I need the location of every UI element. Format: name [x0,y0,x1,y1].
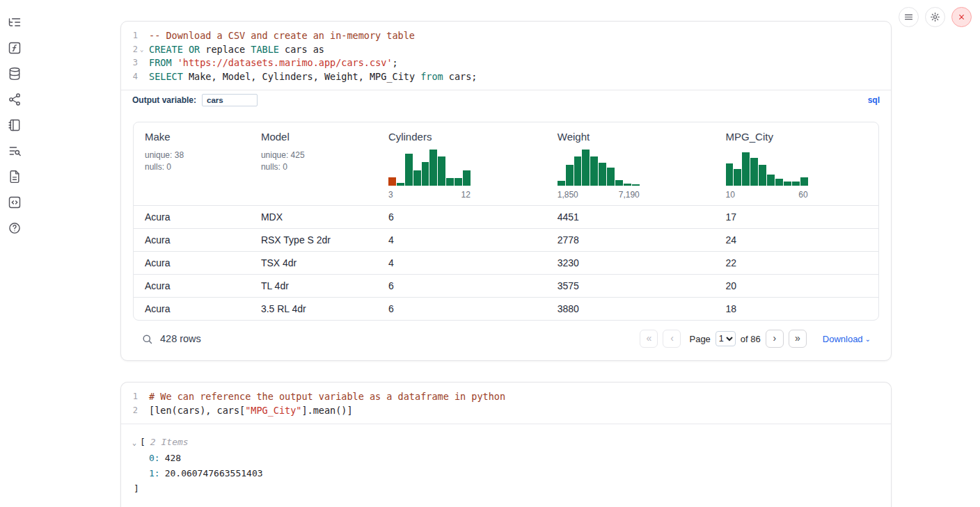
table-cell: TSX 4dr [250,257,377,268]
table-cell: 24 [715,234,878,246]
python-cell: 1# We can reference the output variable … [120,382,892,507]
scratchpad-icon[interactable] [8,118,23,133]
table-cell: 3880 [546,303,715,314]
line-number: 1 [127,390,138,404]
histogram-bar [759,165,766,186]
table-footer: 428 rows «‹ Page 1 of 86 ›» Download ⌄ [133,321,879,352]
download-button[interactable]: Download ⌄ [823,334,871,344]
next-page-button[interactable]: › [766,330,784,348]
items-count-label: 2 Items [150,437,189,447]
column-label: Make [145,131,243,143]
outline-icon[interactable] [8,143,23,159]
column-header-cylinders[interactable]: Cylinders312 [377,122,546,205]
column-stat: nulls: 0 [261,161,370,173]
histogram-bar [726,163,734,186]
file-explorer-icon[interactable] [8,15,23,30]
column-histogram: 312 [388,150,471,200]
item-value: 428 [165,453,181,463]
table-cell: Acura [134,211,250,223]
histogram-bar [590,156,598,186]
search-icon[interactable] [141,333,153,345]
marimo-notebook-page: { "colors": { "histogram_bar": "#0d7d4d"… [0,0,980,507]
code-line[interactable]: 2[len(cars), cars["MPG_City"].mean()] [121,404,891,418]
table-row[interactable]: Acura3.5 RL 4dr6388018 [134,297,878,320]
histogram-bar [767,175,775,186]
page-total: of 86 [741,334,761,344]
column-stat: nulls: 0 [145,161,243,173]
column-label: Model [261,131,370,143]
code-line[interactable]: 3FROM 'https://datasets.marimo.app/cars.… [121,56,891,70]
column-header-model[interactable]: Modelunique: 425nulls: 0 [250,122,377,205]
settings-button[interactable] [925,7,945,27]
table-cell: 18 [715,303,878,314]
data-table: Makeunique: 38nulls: 0Modelunique: 425nu… [133,122,879,321]
help-icon[interactable] [8,220,23,236]
python-code-editor[interactable]: 1# We can reference the output variable … [121,383,891,424]
column-histogram: 1,8507,190 [558,150,640,200]
histogram-bar [750,158,758,186]
table-cell: 6 [377,303,546,314]
histogram-bar [734,169,741,186]
line-number: 2 [127,43,138,57]
table-cell: RSX Type S 2dr [250,234,377,246]
line-number: 4 [127,70,138,84]
last-page-button[interactable]: » [789,330,807,348]
prev-page-button[interactable]: ‹ [663,330,681,348]
column-stat: unique: 425 [261,150,370,161]
code-line[interactable]: 4SELECT Make, Model, Cylinders, Weight, … [121,70,891,84]
code-line[interactable]: 1# We can reference the output variable … [121,390,891,404]
histogram-axis-label: 7,190 [619,190,640,200]
histogram-bar [599,163,606,186]
column-label: Cylinders [388,131,539,143]
sql-code-editor[interactable]: 1-- Download a CSV and create an in-memo… [121,22,891,90]
table-row[interactable]: AcuraTSX 4dr4323022 [134,251,878,274]
sql-language-badge[interactable]: sql [868,95,880,105]
pagination: «‹ Page 1 of 86 ›» Download ⌄ [640,330,876,348]
code-line[interactable]: 2⌄CREATE OR replace TABLE cars as [121,43,891,57]
table-cell: 20 [715,280,878,291]
histogram-bar [632,184,640,186]
histogram-bar [784,182,791,186]
histogram-bar [775,179,783,186]
histogram-axis-label: 3 [388,190,393,200]
shutdown-button[interactable] [951,7,972,27]
column-header-weight[interactable]: Weight1,8507,190 [546,122,715,205]
datasources-icon[interactable] [8,66,23,81]
notebook-menu-button[interactable] [899,7,919,27]
histogram-bar [800,177,808,186]
collapse-chevron-icon[interactable]: ⌄ [132,439,136,446]
chevron-down-icon: ⌄ [865,335,871,343]
table-cell: 4 [377,234,546,246]
variables-icon[interactable] [8,40,23,56]
histogram-bar [455,178,462,186]
line-number: 1 [127,29,138,43]
histogram-axis-label: 10 [726,190,735,200]
table-cell: 3230 [546,257,715,268]
column-label: MPG_City [726,131,871,143]
table-row[interactable]: AcuraTL 4dr6357520 [134,274,878,297]
snippets-icon[interactable] [8,195,23,210]
table-row[interactable]: AcuraMDX6445117 [134,205,878,228]
page-select[interactable]: 1 [716,331,736,346]
table-row[interactable]: AcuraRSX Type S 2dr4277824 [134,228,878,251]
output-variable-input[interactable] [202,94,258,106]
python-output: ⌄[2 Items 0:4281:20.060747663551403 ] [121,424,891,507]
output-list-item: 0:428 [132,451,880,466]
documentation-icon[interactable] [8,169,23,184]
page-label: Page [689,334,710,344]
dependency-graph-icon[interactable] [8,92,23,107]
column-header-make[interactable]: Makeunique: 38nulls: 0 [134,122,250,205]
fold-chevron-icon[interactable]: ⌄ [140,43,143,57]
histogram-axis-label: 60 [798,190,807,200]
table-cell: 6 [377,211,546,223]
download-label: Download [823,334,863,344]
histogram-bar [422,162,429,186]
column-label: Weight [558,131,708,143]
first-page-button[interactable]: « [640,330,658,348]
code-line[interactable]: 1-- Download a CSV and create an in-memo… [121,29,891,43]
histogram-bar [582,150,590,186]
open-bracket: [ [140,437,145,447]
notebook-actions [899,7,972,27]
line-number: 2 [127,404,138,418]
column-header-mpg_city[interactable]: MPG_City1060 [715,122,878,205]
